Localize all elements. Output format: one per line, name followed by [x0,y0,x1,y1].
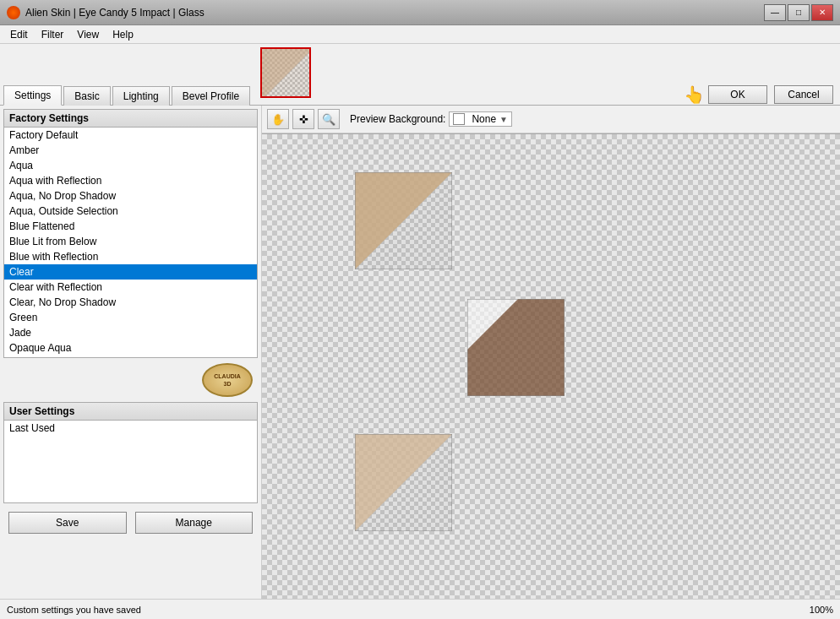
move-tool-button[interactable]: ✜ [292,109,314,129]
preset-jade[interactable]: Jade [4,325,257,340]
preset-green[interactable]: Green [4,310,257,325]
menu-view[interactable]: View [70,27,106,42]
left-panel: Factory Settings Factory Default Amber A… [0,106,262,599]
move-tool-icon: ✜ [299,113,308,126]
preview-thumbnail [260,47,311,98]
main-window: Settings Basic Lighting Bevel Profile 👆 … [0,44,840,619]
user-setting-last-used[interactable]: Last Used [4,421,257,436]
preset-aqua-reflection[interactable]: Aqua with Reflection [4,173,257,188]
tab-basic[interactable]: Basic [63,86,110,106]
hand-pointer-icon: 👆 [684,84,705,105]
menu-bar: Edit Filter View Help [0,25,840,44]
glass-shape-middle-right [467,299,565,396]
preset-list[interactable]: Factory Default Amber Aqua Aqua with Ref… [4,128,257,357]
zoom-tool-icon: 🔍 [322,113,335,126]
preview-bg-value: None [472,113,496,125]
bottom-buttons: Save Manage [0,507,261,539]
window-title: Alien Skin | Eye Candy 5 Impact | Glass [25,7,205,19]
content-area: Factory Settings Factory Default Amber A… [0,106,840,599]
dropdown-arrow-icon: ▼ [499,115,508,124]
zoom-level: 100% [810,605,833,615]
tab-lighting[interactable]: Lighting [112,86,170,106]
tab-settings[interactable]: Settings [3,85,62,106]
preset-clear-no-drop[interactable]: Clear, No Drop Shadow [4,295,257,310]
ok-button[interactable]: OK [708,85,767,104]
preset-blue-reflection[interactable]: Blue with Reflection [4,249,257,264]
preset-clear[interactable]: Clear [4,264,257,280]
menu-edit[interactable]: Edit [3,27,35,42]
watermark-logo: CLAUDIA3D [202,363,253,397]
preset-blue-lit-below[interactable]: Blue Lit from Below [4,234,257,249]
watermark-area: CLAUDIA3D [0,361,261,399]
preview-area: ✋ ✜ 🔍 Preview Background: None ▼ [262,106,840,599]
hand-tool-button[interactable]: ✋ [267,109,289,129]
status-message: Custom settings you have saved [7,605,141,615]
preview-toolbar: ✋ ✜ 🔍 Preview Background: None ▼ [262,106,840,133]
preset-aqua-outside[interactable]: Aqua, Outside Selection [4,204,257,219]
glass-svg-1 [355,172,452,269]
factory-presets-area: Factory Settings Factory Default Amber A… [3,109,258,358]
zoom-tool-button[interactable]: 🔍 [318,109,340,129]
preview-bg-color-swatch [453,113,465,125]
menu-help[interactable]: Help [106,27,140,42]
title-bar: Alien Skin | Eye Candy 5 Impact | Glass … [0,0,840,25]
cancel-button[interactable]: Cancel [774,85,833,104]
preset-blue-flattened[interactable]: Blue Flattened [4,219,257,234]
thumbnail-svg [262,49,311,98]
watermark-text: CLAUDIA3D [214,372,241,388]
status-bar: Custom settings you have saved 100% [0,599,840,619]
glass-shape-top-left [355,172,452,269]
preset-aqua-no-drop[interactable]: Aqua, No Drop Shadow [4,188,257,204]
tab-bevel-profile[interactable]: Bevel Profile [172,86,250,106]
title-bar-left: Alien Skin | Eye Candy 5 Impact | Glass [7,6,205,19]
preset-factory-default[interactable]: Factory Default [4,128,257,143]
maximize-button[interactable]: □ [788,4,810,21]
user-settings-header: User Settings [4,403,257,421]
glass-shape-bottom-left [355,434,452,531]
ok-cancel-area: 👆 OK Cancel [684,84,833,105]
preset-clear-reflection[interactable]: Clear with Reflection [4,280,257,295]
title-buttons: — □ ✕ [764,4,833,21]
preset-amber[interactable]: Amber [4,143,257,158]
preview-bg-label: Preview Background: [350,113,445,125]
hand-tool-icon: ✋ [271,113,285,126]
factory-presets-header: Factory Settings [4,110,257,128]
close-button[interactable]: ✕ [811,4,833,21]
minimize-button[interactable]: — [764,4,786,21]
ok-area: 👆 OK [684,84,767,105]
app-icon [7,6,20,19]
preset-aqua[interactable]: Aqua [4,158,257,173]
save-button[interactable]: Save [8,512,127,534]
manage-button[interactable]: Manage [135,512,254,534]
glass-svg-2 [467,299,565,396]
glass-svg-3 [355,434,452,531]
preset-opaque-aqua[interactable]: Opaque Aqua [4,340,257,356]
preview-bg-select[interactable]: None ▼ [449,111,512,127]
preview-canvas [262,134,840,599]
menu-filter[interactable]: Filter [35,27,71,42]
user-settings-area: User Settings Last Used [3,402,258,503]
